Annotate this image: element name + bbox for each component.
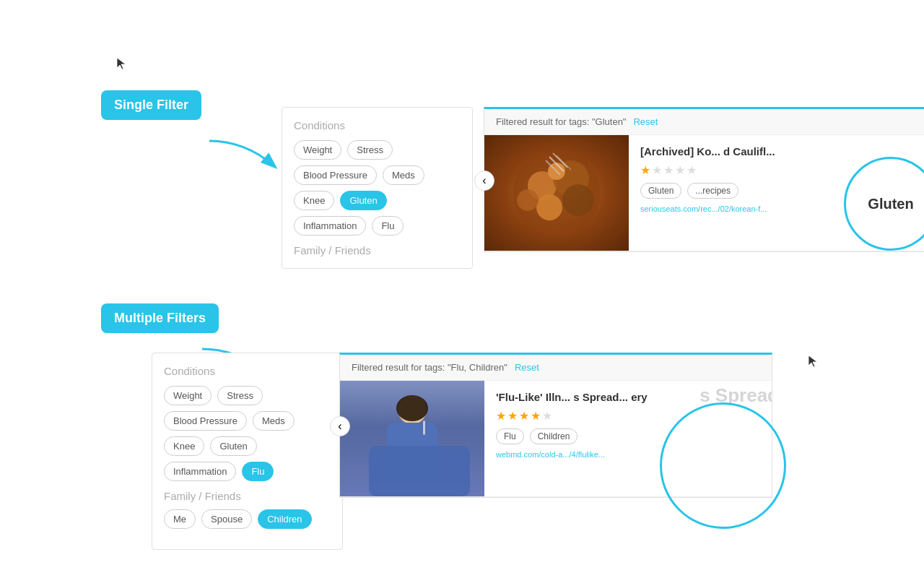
star-4: ★ — [675, 163, 685, 177]
top-family-heading: Family / Friends — [294, 244, 461, 256]
top-results-header: Filtered result for tags: "Gluten" Reset — [484, 109, 924, 135]
svg-point-4 — [536, 194, 562, 220]
bottom-family-heading: Family / Friends — [164, 490, 331, 502]
single-filter-arrow — [202, 134, 289, 177]
star-1: ★ — [640, 163, 650, 177]
top-food-image — [484, 135, 629, 251]
tag-inflammation[interactable]: Inflammation — [294, 216, 366, 236]
top-result-title: [Archived] Ko... d Caulifl... — [640, 145, 924, 158]
bottom-result-title: 'Flu-Like' Illn... s Spread... ery — [496, 391, 760, 403]
bresult-tag-flu: Flu — [496, 428, 524, 444]
tag-meds[interactable]: Meds — [383, 165, 424, 185]
result-tag-1: Gluten — [640, 183, 681, 199]
flu-children-highlight-circle — [660, 402, 786, 529]
tag-blood-pressure[interactable]: Blood Pressure — [294, 165, 377, 185]
top-result-card: [Archived] Ko... d Caulifl... ★ ★ ★ ★ ★ … — [484, 135, 924, 251]
top-filter-panel: Conditions Weight Stress Blood Pressure … — [282, 107, 473, 269]
cursor-bottom — [807, 354, 819, 368]
bottom-reset-link[interactable]: Reset — [515, 362, 539, 373]
bstar-5: ★ — [542, 409, 552, 423]
results-prev-arrow-bottom[interactable]: ‹ — [330, 416, 350, 436]
bottom-tag-group-conditions: Weight Stress Blood Pressure Meds Knee G… — [164, 386, 331, 481]
top-conditions-heading: Conditions — [294, 119, 461, 131]
btag-spouse[interactable]: Spouse — [201, 509, 252, 529]
tag-stress[interactable]: Stress — [347, 140, 393, 160]
bstar-1: ★ — [496, 409, 506, 423]
flu-person-image — [340, 381, 484, 496]
bottom-result-thumbnail — [340, 381, 484, 496]
tag-knee[interactable]: Knee — [294, 191, 334, 210]
bresult-tag-children: Children — [530, 428, 578, 444]
btag-stress[interactable]: Stress — [217, 386, 263, 405]
star-5: ★ — [687, 163, 697, 177]
svg-point-6 — [517, 189, 539, 211]
bottom-conditions-heading: Conditions — [164, 365, 331, 377]
top-results-panel: ‹ Filtered result for tags: "Gluten" Res… — [484, 107, 924, 252]
gluten-circle-label: Gluten — [868, 196, 913, 212]
btag-meds[interactable]: Meds — [253, 411, 295, 431]
svg-rect-15 — [369, 446, 470, 496]
top-tag-group-conditions: Weight Stress Blood Pressure Meds Knee G… — [294, 140, 461, 236]
cursor-top — [116, 56, 127, 71]
bottom-result-card: s Spread 'Flu-Like' Illn... s Spread... … — [340, 381, 772, 497]
food-svg — [484, 135, 629, 251]
btag-inflammation[interactable]: Inflammation — [164, 462, 236, 481]
tag-flu[interactable]: Flu — [372, 216, 404, 236]
svg-point-13 — [396, 395, 428, 421]
top-reset-link[interactable]: Reset — [633, 116, 658, 127]
btag-knee[interactable]: Knee — [164, 436, 204, 456]
svg-point-5 — [562, 184, 594, 216]
bottom-results-panel: ‹ Filtered result for tags: "Flu, Childr… — [339, 353, 772, 498]
btag-weight[interactable]: Weight — [164, 386, 212, 405]
bottom-results-header: Filtered result for tags: "Flu, Children… — [340, 355, 772, 381]
single-filter-label: Single Filter — [101, 90, 201, 120]
svg-rect-14 — [423, 420, 425, 435]
tag-weight[interactable]: Weight — [294, 140, 341, 160]
btag-flu[interactable]: Flu — [242, 462, 274, 481]
btag-gluten[interactable]: Gluten — [210, 436, 256, 456]
bottom-tag-group-family: Me Spouse Children — [164, 509, 331, 529]
bottom-filter-panel: Conditions Weight Stress Blood Pressure … — [152, 353, 343, 550]
btag-blood-pressure[interactable]: Blood Pressure — [164, 411, 247, 431]
result-tag-2: ...recipes — [687, 183, 738, 199]
top-result-thumbnail — [484, 135, 629, 251]
bottom-filter-text: Filtered result for tags: "Flu, Children… — [352, 362, 507, 373]
btag-me[interactable]: Me — [164, 509, 196, 529]
btag-children[interactable]: Children — [258, 509, 311, 529]
tag-gluten[interactable]: Gluten — [340, 191, 386, 210]
multiple-filter-label: Multiple Filters — [101, 303, 219, 333]
bstar-4: ★ — [531, 409, 541, 423]
bstar-3: ★ — [519, 409, 529, 423]
results-prev-arrow[interactable]: ‹ — [474, 171, 494, 191]
bstar-2: ★ — [507, 409, 518, 423]
flu-svg — [340, 381, 484, 496]
top-filter-text: Filtered result for tags: "Gluten" — [496, 116, 626, 127]
star-2: ★ — [652, 163, 662, 177]
star-3: ★ — [663, 163, 674, 177]
